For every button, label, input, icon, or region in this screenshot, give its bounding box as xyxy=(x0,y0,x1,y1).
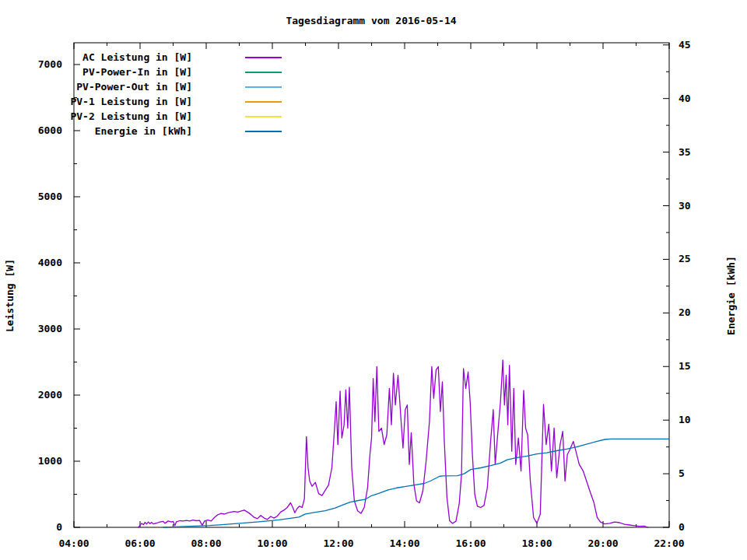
legend-label: Energie in [kWh] xyxy=(95,125,192,137)
legend-item-pv-power-in-in-w: PV-Power-In in [W] xyxy=(82,66,282,78)
legend-label: AC Leistung in [W] xyxy=(82,51,192,63)
y-right-tick-label: 10 xyxy=(679,414,691,425)
legend-label: PV-Power-In in [W] xyxy=(82,66,192,78)
y-left-tick-label: 5000 xyxy=(38,191,62,202)
legend-item-pv-1-leistung-in-w: PV-1 Leistung in [W] xyxy=(70,96,282,107)
y-left-tick-label: 2000 xyxy=(38,389,62,401)
x-tick-label: 10:00 xyxy=(257,537,287,549)
series-energie-in-kwh xyxy=(163,439,669,527)
page: Tagesdiagramm vom 2016-05-14 Leistung [W… xyxy=(0,0,747,560)
y-right-tick-label: 45 xyxy=(679,39,691,51)
chart-title: Tagesdiagramm vom 2016-05-14 xyxy=(286,15,456,26)
x-tick-label: 04:00 xyxy=(58,537,89,549)
legend-label: PV-Power-Out in [W] xyxy=(76,81,192,93)
x-tick-label: 22:00 xyxy=(654,537,684,549)
y-right-tick-label: 5 xyxy=(679,467,685,479)
y-right-tick-label: 15 xyxy=(679,360,691,372)
y-right-tick-label: 25 xyxy=(679,253,691,264)
y-left-axis-title: Leistung [W] xyxy=(4,259,16,332)
series-ac-leistung-in-w xyxy=(139,360,648,527)
legend-label: PV-2 Leistung in [W] xyxy=(70,110,192,122)
y-left-tick-label: 1000 xyxy=(38,455,62,467)
y-right-axis-title: Energie [kWh] xyxy=(725,256,737,335)
x-tick-label: 06:00 xyxy=(124,537,155,549)
y-left-tick-label: 4000 xyxy=(38,257,62,268)
tagesdiagramm-chart: Tagesdiagramm vom 2016-05-14 Leistung [W… xyxy=(0,0,747,560)
legend-label: PV-1 Leistung in [W] xyxy=(70,96,192,107)
legend-item-ac-leistung-in-w: AC Leistung in [W] xyxy=(82,51,282,63)
x-tick-label: 16:00 xyxy=(455,537,486,549)
legend-item-pv-2-leistung-in-w: PV-2 Leistung in [W] xyxy=(70,110,282,122)
x-tick-label: 14:00 xyxy=(389,537,419,549)
y-right-tick-label: 30 xyxy=(679,200,691,212)
y-right-tick-label: 40 xyxy=(679,93,691,104)
y-right-tick-label: 0 xyxy=(679,521,685,533)
legend-item-pv-power-out-in-w: PV-Power-Out in [W] xyxy=(76,81,282,93)
y-left-tick-label: 3000 xyxy=(38,323,62,334)
y-left-tick-label: 6000 xyxy=(38,124,62,136)
legend: AC Leistung in [W]PV-Power-In in [W]PV-P… xyxy=(70,51,282,137)
y-right-tick-label: 35 xyxy=(679,146,691,158)
x-tick-label: 20:00 xyxy=(587,537,618,549)
y-left-tick-label: 7000 xyxy=(38,58,62,70)
legend-item-energie-in-kwh: Energie in [kWh] xyxy=(95,125,282,137)
x-tick-label: 08:00 xyxy=(191,537,221,549)
series-lines xyxy=(139,360,669,527)
x-tick-label: 18:00 xyxy=(521,537,552,549)
y-left-tick-label: 0 xyxy=(56,521,62,533)
y-right-tick-label: 20 xyxy=(679,306,691,318)
x-tick-label: 12:00 xyxy=(323,537,353,549)
